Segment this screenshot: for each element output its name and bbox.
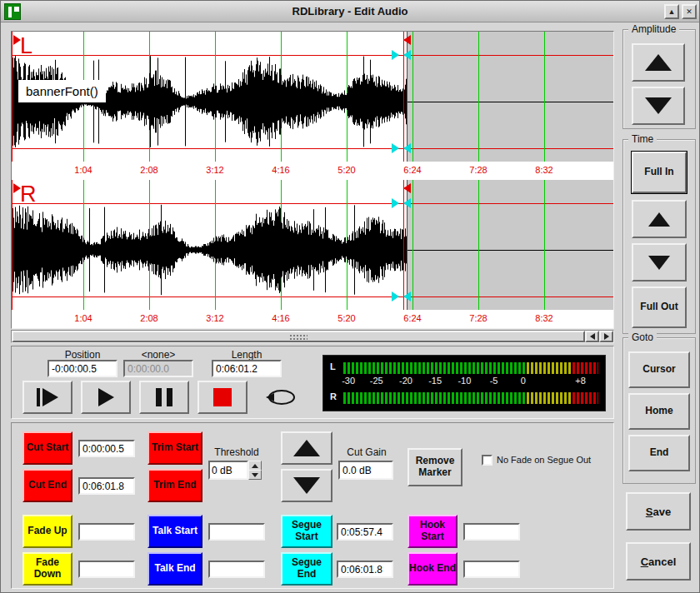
waveform-display[interactable]: L bannerFont() 1:04 2:08 3:12 4:16 5:20 … [11, 31, 614, 329]
full-in-button[interactable]: Full In [632, 152, 687, 193]
fade-down-button[interactable]: Fade Down [22, 552, 72, 586]
stop-icon [213, 388, 232, 406]
hook-end-button[interactable]: Hook End [408, 552, 458, 586]
segue-end-field[interactable] [337, 561, 393, 578]
gridline [544, 32, 545, 162]
window-title: RDLibrary - Edit Audio [1, 5, 699, 17]
waveform-channel-left[interactable]: L bannerFont() 1:04 2:08 3:12 4:16 5:20 … [12, 32, 613, 180]
down-arrow-icon [293, 477, 320, 494]
talk-start-field[interactable] [208, 523, 265, 541]
segue-start-marker[interactable] [392, 292, 399, 301]
trim-end-button[interactable]: Trim End [148, 469, 202, 502]
segue-end-marker[interactable] [403, 50, 411, 60]
remove-marker-button[interactable]: Remove Marker [408, 448, 462, 486]
save-button[interactable]: Save [626, 492, 691, 531]
time-tick: 1:04 [65, 165, 102, 175]
fade-down-field[interactable] [78, 561, 135, 578]
spin-down-icon [252, 473, 258, 477]
hook-start-field[interactable] [463, 523, 520, 541]
shade-button[interactable]: ▲ [664, 4, 679, 19]
segue-start-marker[interactable] [392, 50, 399, 60]
segue-end-marker[interactable] [403, 292, 411, 301]
cut-start-marker[interactable] [13, 183, 21, 193]
segue-start-button[interactable]: Segue Start [281, 515, 332, 548]
threshold-input[interactable] [208, 461, 248, 480]
cut-start-marker[interactable] [13, 35, 21, 45]
cut-start-button[interactable]: Cut Start [22, 431, 72, 465]
full-out-button[interactable]: Full Out [632, 287, 687, 328]
play-button[interactable] [81, 381, 131, 414]
gain-down-button[interactable] [281, 469, 332, 502]
time-group-title: Time [628, 133, 657, 145]
cut-end-field[interactable] [78, 477, 135, 495]
time-tick: 7:28 [460, 165, 497, 175]
spin-up-icon [252, 464, 258, 468]
hook-end-field[interactable] [463, 561, 520, 578]
channel-label-left: L [20, 33, 32, 59]
gain-up-button[interactable] [281, 431, 332, 465]
length-field[interactable] [212, 360, 282, 377]
beyond-end-region [408, 180, 613, 310]
waveform-scrollbar[interactable] [11, 330, 614, 343]
pause-button[interactable] [139, 381, 189, 414]
amplitude-group: Amplitude [622, 29, 696, 129]
time-tick: 8:32 [526, 165, 562, 175]
meter-left-label: L [330, 361, 336, 371]
segue-start-field[interactable] [337, 523, 393, 541]
cut-start-line[interactable] [12, 180, 12, 310]
goto-home-button[interactable]: Home [628, 393, 690, 430]
cut-start-line[interactable] [12, 32, 12, 162]
play-icon [98, 388, 114, 406]
fade-up-field[interactable] [78, 523, 135, 541]
gridline [478, 180, 479, 310]
goto-end-button[interactable]: End [628, 435, 690, 471]
amplitude-up-button[interactable] [632, 43, 685, 82]
loop-button[interactable] [256, 381, 306, 414]
time-tick: 2:08 [131, 165, 168, 175]
down-arrow-icon [645, 97, 672, 114]
cancel-button[interactable]: Cancel [626, 542, 691, 581]
scroll-right-icon [604, 333, 609, 340]
cut-gain-field[interactable] [338, 461, 393, 480]
no-fade-checkbox[interactable] [482, 455, 492, 466]
time-tick: 3:12 [197, 313, 233, 323]
play-from-start-button[interactable] [22, 381, 72, 414]
segue-end-marker[interactable] [403, 198, 411, 208]
cut-end-marker[interactable] [403, 35, 411, 45]
talk-start-button[interactable]: Talk Start [148, 515, 202, 548]
zoom-in-time-button[interactable] [632, 200, 687, 238]
meter-scale: -30 -25 -20 -15 -10 -5 0 +8 [343, 376, 598, 388]
segue-end-button[interactable]: Segue End [281, 552, 332, 586]
time-ruler-left: 1:04 2:08 3:12 4:16 5:20 6:24 7:28 8:32 [12, 162, 613, 180]
edit-audio-window: RDLibrary - Edit Audio ▲ ✕ [0, 0, 700, 593]
cut-end-button[interactable]: Cut End [22, 469, 72, 502]
amplitude-down-button[interactable] [632, 87, 685, 125]
fade-up-button[interactable]: Fade Up [22, 515, 72, 548]
segue-end-marker[interactable] [403, 143, 411, 153]
goto-cursor-button[interactable]: Cursor [628, 351, 690, 388]
stop-button[interactable] [198, 381, 248, 414]
talk-end-button[interactable]: Talk End [148, 552, 202, 586]
cut-start-field[interactable] [78, 440, 135, 457]
hook-start-button[interactable]: Hook Start [408, 515, 458, 548]
segue-start-marker[interactable] [392, 143, 399, 153]
time-tick: 5:20 [328, 165, 365, 175]
scroll-left-button[interactable] [585, 331, 599, 342]
segue-start-marker[interactable] [392, 198, 399, 208]
time-tick: 8:32 [526, 313, 562, 323]
cut-end-marker[interactable] [403, 183, 411, 193]
waveform-channel-right[interactable]: R 1:04 2:08 3:12 4:16 5:20 6:24 7:28 8:3… [12, 180, 613, 328]
close-button[interactable]: ✕ [682, 4, 697, 19]
threshold-label: Threshold [208, 446, 265, 458]
talk-end-field[interactable] [208, 561, 265, 578]
scroll-right-button[interactable] [599, 331, 613, 342]
position-field[interactable] [48, 360, 118, 377]
time-tick: 6:24 [394, 165, 431, 175]
trim-start-button[interactable]: Trim Start [148, 431, 202, 465]
scrollbar-slider[interactable] [12, 331, 585, 342]
zoom-out-time-button[interactable] [632, 243, 687, 282]
gridline [478, 32, 479, 162]
time-tick: 5:20 [328, 313, 365, 323]
threshold-down-button[interactable] [248, 470, 262, 480]
markers-panel: Cut Start Cut End Trim Start Trim End Th… [11, 422, 614, 589]
